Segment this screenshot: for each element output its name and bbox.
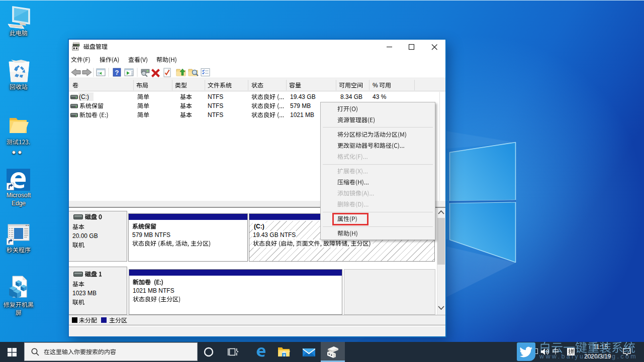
svg-text:?: ? [115, 69, 119, 76]
